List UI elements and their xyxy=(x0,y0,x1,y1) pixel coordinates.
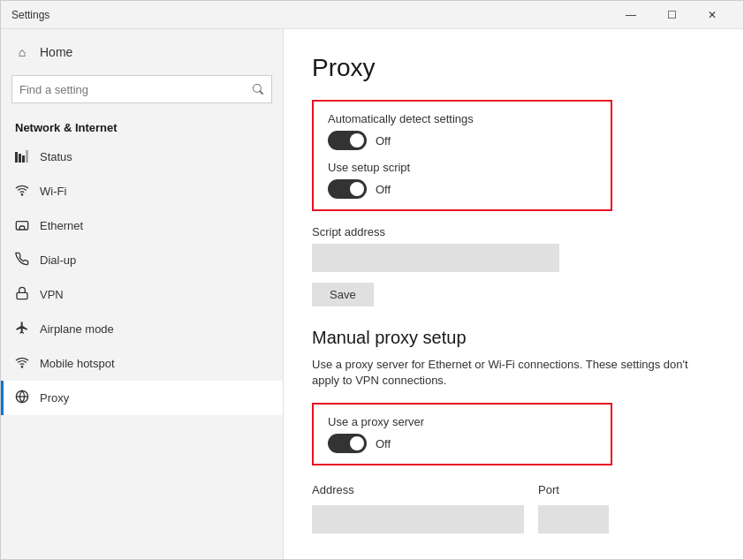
svg-rect-1 xyxy=(19,154,21,163)
script-address-label: Script address xyxy=(312,225,715,238)
sidebar: ⌂ Home Network & Internet Status xyxy=(1,29,284,559)
port-label: Port xyxy=(538,483,609,496)
svg-rect-2 xyxy=(22,155,25,163)
manual-proxy-description: Use a proxy server for Ethernet or Wi-Fi… xyxy=(312,357,701,389)
home-icon: ⌂ xyxy=(15,45,29,59)
sidebar-item-dialup[interactable]: Dial-up xyxy=(1,243,283,277)
port-group: Port xyxy=(538,483,609,534)
setup-script-label: Use setup script xyxy=(328,161,596,174)
main-content: Proxy Automatically detect settings Off … xyxy=(284,29,743,559)
title-bar: Settings — ☐ ✕ xyxy=(1,1,743,29)
setup-script-toggle[interactable] xyxy=(328,179,367,199)
use-proxy-toggle[interactable] xyxy=(328,434,367,453)
use-proxy-row: Off xyxy=(328,434,596,453)
proxy-icon xyxy=(15,390,29,406)
status-icon xyxy=(15,148,29,165)
search-icon xyxy=(253,84,263,95)
auto-detect-state: Off xyxy=(376,134,391,148)
svg-rect-0 xyxy=(15,152,18,163)
sidebar-search xyxy=(11,75,272,103)
ethernet-icon xyxy=(15,217,29,234)
address-port-row: Address Port xyxy=(312,483,715,534)
svg-point-4 xyxy=(21,194,22,195)
svg-rect-10 xyxy=(17,292,27,299)
sidebar-section-title: Network & Internet xyxy=(1,114,283,140)
sidebar-item-ethernet-label: Ethernet xyxy=(40,219,83,232)
address-input[interactable] xyxy=(312,505,524,534)
search-input[interactable] xyxy=(11,75,272,103)
page-title: Proxy xyxy=(312,54,715,82)
content-area: ⌂ Home Network & Internet Status xyxy=(1,29,743,559)
sidebar-item-hotspot[interactable]: Mobile hotspot xyxy=(1,346,283,381)
sidebar-item-dialup-label: Dial-up xyxy=(40,254,76,267)
svg-rect-3 xyxy=(26,150,28,163)
auto-detect-toggle[interactable] xyxy=(328,131,367,150)
sidebar-item-wifi[interactable]: Wi-Fi xyxy=(1,174,283,208)
sidebar-item-status-label: Status xyxy=(40,150,72,163)
sidebar-item-vpn-label: VPN xyxy=(40,288,64,301)
use-proxy-state: Off xyxy=(376,437,391,450)
use-proxy-box: Use a proxy server Off xyxy=(312,403,612,465)
hotspot-icon xyxy=(15,355,29,372)
port-input[interactable] xyxy=(538,505,609,534)
wifi-icon xyxy=(15,183,29,200)
sidebar-item-proxy-label: Proxy xyxy=(40,391,69,405)
setup-script-state: Off xyxy=(376,183,391,196)
save-button[interactable]: Save xyxy=(312,283,374,306)
sidebar-item-proxy[interactable]: Proxy xyxy=(1,381,283,415)
setup-script-row: Off xyxy=(328,179,596,199)
svg-point-11 xyxy=(21,367,22,367)
auto-detect-row: Off xyxy=(328,131,596,150)
sidebar-item-wifi-label: Wi-Fi xyxy=(40,185,66,198)
home-label: Home xyxy=(40,45,72,59)
window-title: Settings xyxy=(11,9,49,21)
settings-window: Settings — ☐ ✕ ⌂ Home Network & Internet xyxy=(0,0,744,560)
script-address-input[interactable] xyxy=(312,244,559,272)
close-button[interactable]: ✕ xyxy=(692,1,733,29)
sidebar-item-ethernet[interactable]: Ethernet xyxy=(1,208,283,243)
address-label: Address xyxy=(312,483,524,496)
address-group: Address xyxy=(312,483,524,534)
vpn-icon xyxy=(15,286,29,303)
sidebar-item-status[interactable]: Status xyxy=(1,140,283,174)
search-button[interactable] xyxy=(244,75,272,103)
sidebar-item-vpn[interactable]: VPN xyxy=(1,277,283,312)
window-controls: — ☐ ✕ xyxy=(611,1,733,29)
minimize-button[interactable]: — xyxy=(611,1,651,29)
sidebar-item-home[interactable]: ⌂ Home xyxy=(1,36,283,68)
airplane-icon xyxy=(15,321,29,337)
sidebar-item-hotspot-label: Mobile hotspot xyxy=(40,357,115,370)
auto-proxy-box: Automatically detect settings Off Use se… xyxy=(312,100,612,211)
sidebar-item-airplane-label: Airplane mode xyxy=(40,322,114,336)
sidebar-item-airplane[interactable]: Airplane mode xyxy=(1,312,283,346)
dialup-icon xyxy=(15,252,29,269)
use-proxy-label: Use a proxy server xyxy=(328,415,596,428)
auto-detect-label: Automatically detect settings xyxy=(328,112,596,125)
manual-proxy-title: Manual proxy setup xyxy=(312,328,715,348)
maximize-button[interactable]: ☐ xyxy=(651,1,692,29)
